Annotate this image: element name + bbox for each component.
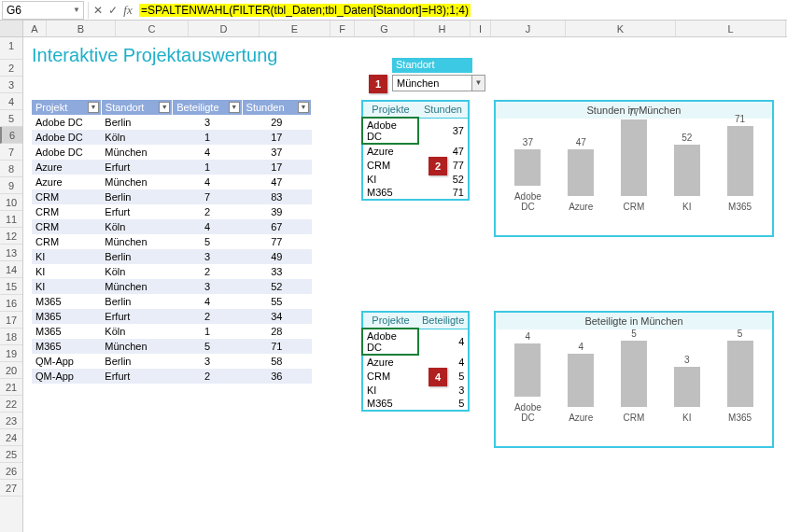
summary-cell[interactable]: Azure [362, 355, 418, 369]
col-header-H[interactable]: H [415, 21, 471, 36]
cell[interactable]: 1 [173, 130, 242, 145]
cell[interactable]: KI [32, 264, 101, 279]
cell[interactable]: 4 [173, 175, 242, 189]
cell[interactable]: 5 [173, 234, 242, 249]
cell[interactable]: Adobe DC [32, 115, 101, 130]
row-header-14[interactable]: 14 [0, 261, 22, 278]
cell[interactable]: 34 [242, 309, 311, 324]
chevron-down-icon[interactable]: ▼ [73, 6, 83, 14]
table-row[interactable]: QM-AppErfurt236 [32, 369, 312, 384]
summary-cell[interactable]: Adobe DC [362, 329, 418, 355]
cell[interactable]: 3 [173, 115, 242, 130]
summary-cell[interactable]: 71 [418, 186, 469, 200]
cell[interactable]: Berlin [101, 189, 172, 204]
cell[interactable]: 2 [173, 309, 242, 324]
summary-cell[interactable]: CRM [362, 369, 418, 383]
filter-icon[interactable]: ▼ [88, 102, 99, 113]
cell[interactable]: Köln [101, 264, 172, 279]
select-all-corner[interactable] [0, 21, 23, 36]
cell[interactable]: 4 [173, 219, 242, 234]
cell[interactable]: Berlin [101, 249, 172, 264]
col-header-G[interactable]: G [355, 21, 415, 36]
filter-icon[interactable]: ▼ [229, 102, 240, 113]
col-header-K[interactable]: K [566, 21, 676, 36]
table-row[interactable]: CRMKöln467 [32, 219, 312, 234]
cell[interactable]: 2 [173, 264, 242, 279]
row-header-7[interactable]: 7 [0, 144, 22, 161]
cell[interactable]: 39 [242, 204, 311, 219]
cancel-formula-icon[interactable]: ✕ [91, 4, 105, 17]
row-header-25[interactable]: 25 [0, 446, 22, 463]
cell[interactable]: QM-App [32, 354, 101, 369]
col-header-F[interactable]: F [330, 21, 355, 36]
col-header-J[interactable]: J [491, 21, 566, 36]
standort-dropdown-icon[interactable]: ▼ [472, 75, 485, 91]
name-box[interactable]: G6 ▼ [2, 1, 84, 20]
summary-row[interactable]: CRM5 [362, 369, 469, 383]
cell[interactable]: QM-App [32, 369, 101, 384]
row-header-19[interactable]: 19 [0, 345, 22, 362]
cell[interactable]: Köln [101, 130, 172, 145]
filter-icon[interactable]: ▼ [159, 102, 170, 113]
cell[interactable]: KI [32, 279, 101, 294]
cell[interactable]: CRM [32, 219, 101, 234]
cell[interactable]: CRM [32, 189, 101, 204]
cell[interactable]: Erfurt [101, 160, 172, 175]
cell[interactable]: Erfurt [101, 309, 172, 324]
summary-row[interactable]: KI52 [362, 172, 469, 186]
summary-cell[interactable]: 47 [418, 144, 469, 158]
row-header-18[interactable]: 18 [0, 329, 22, 345]
cell[interactable]: 28 [242, 324, 311, 339]
cell[interactable]: 17 [242, 130, 311, 145]
row-header-13[interactable]: 13 [0, 245, 22, 261]
cell[interactable]: 67 [242, 219, 311, 234]
table-row[interactable]: CRMBerlin783 [32, 189, 312, 204]
cell[interactable]: Berlin [101, 354, 172, 369]
standort-cell[interactable]: München [392, 75, 472, 91]
row-header-11[interactable]: 11 [0, 211, 22, 228]
table-row[interactable]: M365Erfurt234 [32, 309, 312, 324]
table-row[interactable]: Adobe DCKöln117 [32, 130, 312, 145]
summary-cell[interactable]: Azure [362, 144, 418, 158]
cell[interactable]: 7 [173, 189, 242, 204]
chart-beteiligte[interactable]: Beteiligte in München 4 Adobe DC 4 Azure… [494, 311, 774, 448]
col-header-I[interactable]: I [471, 21, 491, 36]
row-header-6[interactable]: 6 [0, 127, 22, 144]
row-header-17[interactable]: 17 [0, 312, 22, 329]
summary-cell[interactable]: 4 [418, 355, 469, 369]
row-header-27[interactable]: 27 [0, 480, 22, 497]
summary-row[interactable]: CRM77 [362, 158, 469, 172]
cell[interactable]: 2 [173, 204, 242, 219]
row-header-9[interactable]: 9 [0, 177, 22, 194]
cell[interactable]: Azure [32, 175, 101, 189]
row-header-8[interactable]: 8 [0, 161, 22, 177]
cell[interactable]: Berlin [101, 294, 172, 309]
cell[interactable]: 1 [173, 324, 242, 339]
table-header[interactable]: Beteiligte▼ [173, 100, 242, 115]
row-header-20[interactable]: 20 [0, 362, 22, 379]
worksheet[interactable]: Interaktive Projektauswertung Standort M… [23, 37, 787, 532]
col-header-E[interactable]: E [260, 21, 330, 36]
cell[interactable]: 36 [242, 369, 311, 384]
table-row[interactable]: CRMMünchen577 [32, 234, 312, 249]
col-header-L[interactable]: L [676, 21, 786, 36]
table-row[interactable]: KIBerlin349 [32, 249, 312, 264]
table-row[interactable]: CRMErfurt239 [32, 204, 312, 219]
row-header-2[interactable]: 2 [0, 60, 22, 77]
cell[interactable]: Adobe DC [32, 130, 101, 145]
cell[interactable]: 37 [242, 145, 311, 160]
cell[interactable]: 3 [173, 354, 242, 369]
cell[interactable]: KI [32, 249, 101, 264]
cell[interactable]: München [101, 279, 172, 294]
summary-row[interactable]: KI3 [362, 383, 469, 397]
table-row[interactable]: AzureErfurt117 [32, 160, 312, 175]
col-header-D[interactable]: D [189, 21, 260, 36]
cell[interactable]: 47 [242, 175, 311, 189]
cell[interactable]: 58 [242, 354, 311, 369]
summary-cell[interactable]: 5 [418, 397, 469, 411]
row-header-3[interactable]: 3 [0, 77, 22, 93]
cell[interactable]: München [101, 145, 172, 160]
summary-cell[interactable]: KI [362, 172, 418, 186]
row-header-21[interactable]: 21 [0, 379, 22, 396]
summary-cell[interactable]: 37 [418, 118, 469, 144]
